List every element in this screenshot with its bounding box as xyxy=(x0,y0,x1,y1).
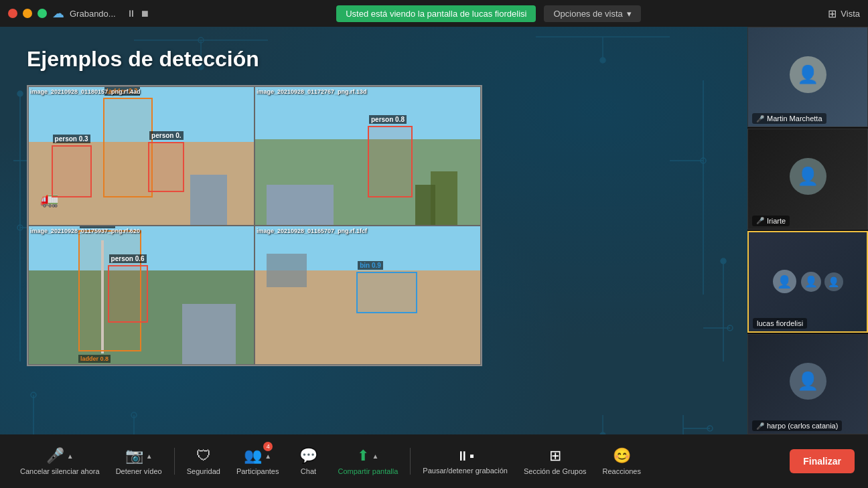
video-label: Detener vídeo xyxy=(116,467,162,475)
participant-name-1: 🎤 Martin Marchetta xyxy=(752,113,826,124)
image-label-tr: image_20210928_01172767_png.rf.13d xyxy=(257,88,367,95)
mute-icon: 🎤 xyxy=(46,447,64,465)
toolbar-divider-2 xyxy=(410,448,411,475)
person-box-tl-2: person 0. xyxy=(148,142,184,191)
avatar-circle-2: 👤 xyxy=(790,158,826,195)
reactions-button[interactable]: 😊 Reacciones xyxy=(596,444,648,478)
muted-icon-1: 🎤 xyxy=(756,115,764,123)
participant-avatar-3: 👤 👤 👤 xyxy=(749,232,867,331)
vista-label: Vista xyxy=(841,9,860,19)
image-label-tl: image_20210928_01180157_png.rf.4ad xyxy=(30,88,141,95)
top-bar-right: ⊞ Vista xyxy=(828,7,860,20)
avatar-circle-3c: 👤 xyxy=(824,272,843,291)
chat-button[interactable]: 💬 Chat xyxy=(288,444,328,478)
traffic-light-green[interactable] xyxy=(38,9,47,18)
person-box-tl-1: person 0.3 xyxy=(52,145,92,197)
detection-cell-bl: image_20210928_01175937_png.rf.620 ladde… xyxy=(28,226,255,365)
pause-recording-button[interactable]: ⏸ xyxy=(127,8,136,19)
mute-caret[interactable]: ▲ xyxy=(67,453,74,460)
share-screen-button[interactable]: ⬆ ▲ Compartir pantalla xyxy=(331,444,405,478)
building-bl xyxy=(182,304,236,364)
mute-button[interactable]: 🎤 ▲ Cancelar silenciar ahora xyxy=(13,444,106,478)
detection-cell-tl: 🚛 image_20210928_01180157_png.rf.4ad lad… xyxy=(28,86,255,226)
end-meeting-button[interactable]: Finalizar xyxy=(790,449,855,473)
bottom-toolbar: 🎤 ▲ Cancelar silenciar ahora 📷 ▲ Detener… xyxy=(0,434,868,488)
participant-tile-2: 👤 🎤 Iriarte xyxy=(747,129,868,229)
ladder-box-tl: ladder 0.3 xyxy=(103,98,153,197)
traffic-light-yellow[interactable] xyxy=(23,9,32,18)
video-caret[interactable]: ▲ xyxy=(146,453,153,460)
participants-caret[interactable]: ▲ xyxy=(265,453,271,460)
participant-name-label-2: Iriarte xyxy=(767,217,786,225)
breakout-button[interactable]: ⊞ Sección de Grupos xyxy=(517,444,593,478)
cloud-icon: ☁ xyxy=(52,6,64,21)
security-button[interactable]: 🛡 Seguridad xyxy=(180,444,227,478)
chat-icon: 💬 xyxy=(299,447,317,465)
participant-avatar-1: 👤 xyxy=(748,27,867,127)
participant-tile-3: 👤 👤 👤 lucas fiordelisi xyxy=(747,231,868,333)
chevron-down-icon: ▾ xyxy=(627,9,632,19)
share-icon: ⬆ xyxy=(357,447,369,465)
detection-grid: 🚛 image_20210928_01180157_png.rf.4ad lad… xyxy=(27,85,482,366)
muted-icon-4: 🎤 xyxy=(756,422,764,430)
traffic-light-red[interactable] xyxy=(8,9,17,18)
participant-name-label-1: Martin Marchetta xyxy=(767,114,822,123)
security-icon: 🛡 xyxy=(196,447,211,465)
detection-cell-br: image_20210928_01165707_png.rf.1fcf bin … xyxy=(255,226,481,365)
avatar-circle-4: 👤 xyxy=(790,363,826,400)
security-label: Seguridad xyxy=(187,467,220,475)
participant-name-2: 🎤 Iriarte xyxy=(752,216,790,226)
record-button[interactable]: ⏸▪ Pausar/detener grabación xyxy=(416,446,514,477)
participant-name-4: 🎤 harpo (carlos catania) xyxy=(752,420,842,431)
breakout-label: Sección de Grupos xyxy=(524,467,587,475)
toolbar-divider-1 xyxy=(174,448,175,475)
structure-br xyxy=(267,254,307,287)
reactions-label: Reacciones xyxy=(603,467,641,475)
recording-title: Grabando... xyxy=(70,9,116,19)
video-button[interactable]: 📷 ▲ Detener vídeo xyxy=(109,444,169,478)
person-box-tr: person 0.8 xyxy=(368,126,413,197)
toolbar-items: 🎤 ▲ Cancelar silenciar ahora 📷 ▲ Detener… xyxy=(13,444,790,478)
top-bar-left: ☁ Grabando... ⏸ ⏹ xyxy=(8,6,149,21)
screen-share-status-text: Usted está viendo la pantalla de lucas f… xyxy=(346,9,526,19)
record-label: Pausar/detener grabación xyxy=(423,467,508,475)
person-label-tl-1: person 0.3 xyxy=(53,135,90,143)
muted-icon-2: 🎤 xyxy=(756,217,764,224)
slide-content: Ejemplos de detección 🚛 image_20210928_0… xyxy=(0,27,747,434)
screen-share-status: Usted está viendo la pantalla de lucas f… xyxy=(336,5,536,22)
person-box-bl: person 0.6 xyxy=(108,265,148,323)
share-label: Compartir pantalla xyxy=(338,467,398,475)
grid-icon: ⊞ xyxy=(828,7,837,20)
side-panel: 👤 🎤 Martin Marchetta 👤 🎤 Iriarte 👤 xyxy=(747,27,868,434)
view-options-button[interactable]: Opciones de vista ▾ xyxy=(544,5,640,22)
breakout-icon: ⊞ xyxy=(549,447,561,465)
mute-label: Cancelar silenciar ahora xyxy=(20,467,100,475)
share-icon-group: ⬆ ▲ xyxy=(357,447,378,465)
participants-label: Participantes xyxy=(236,467,279,475)
participant-name-label-4: harpo (carlos catania) xyxy=(767,422,838,430)
participant-tile-1: 👤 🎤 Martin Marchetta xyxy=(747,27,868,127)
participants-button[interactable]: 👥 4 ▲ Participantes xyxy=(230,444,286,478)
person-label-tl-2: person 0. xyxy=(149,131,183,140)
avatar-circle-3a: 👤 xyxy=(773,270,796,293)
person-label-bl: person 0.6 xyxy=(109,254,147,263)
video-icon: 📷 xyxy=(125,447,143,465)
top-bar: ☁ Grabando... ⏸ ⏹ Usted está viendo la p… xyxy=(0,0,868,27)
chat-label: Chat xyxy=(301,467,316,475)
participants-badge: 4 xyxy=(263,442,273,451)
participant-avatar-4: 👤 xyxy=(748,335,867,434)
building-tl xyxy=(190,175,227,225)
view-options-label: Opciones de vista xyxy=(553,9,622,19)
participants-icon-group: 👥 4 ▲ xyxy=(244,447,271,465)
main-content: Ejemplos de detección 🚛 image_20210928_0… xyxy=(0,27,747,434)
share-caret[interactable]: ▲ xyxy=(372,453,378,460)
avatar-circle-3b: 👤 xyxy=(801,272,821,292)
tree2-tr xyxy=(415,185,435,225)
ladder-bottom-label-bl: ladder 0.8 xyxy=(78,355,111,363)
participant-tile-4: 👤 🎤 harpo (carlos catania) xyxy=(747,334,868,434)
detection-cell-tr: image_20210928_01172767_png.rf.13d perso… xyxy=(255,86,481,226)
record-controls: ⏸ ⏹ xyxy=(127,8,149,19)
stop-recording-button[interactable]: ⏹ xyxy=(140,8,149,19)
building-tr xyxy=(267,185,334,225)
slide-title: Ejemplos de detección xyxy=(27,47,259,72)
